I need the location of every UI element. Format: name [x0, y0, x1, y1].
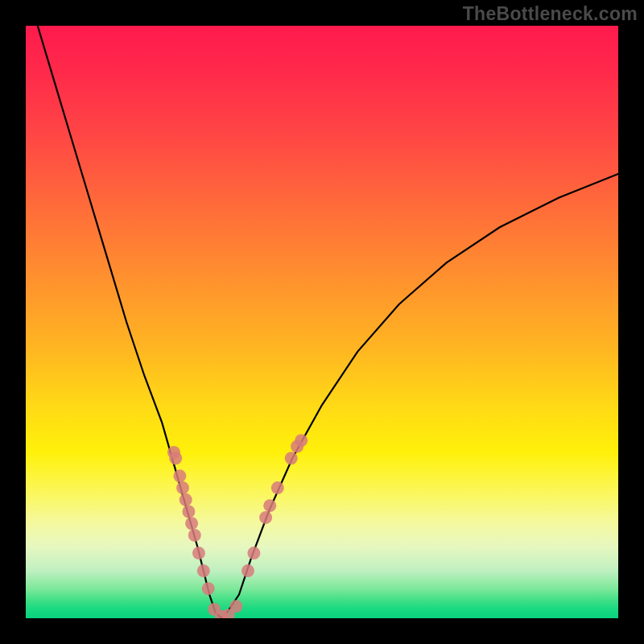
data-marker — [242, 564, 254, 577]
data-marker — [295, 434, 308, 447]
data-marker — [182, 506, 195, 518]
data-marker — [202, 582, 215, 595]
data-marker — [192, 547, 205, 559]
data-markers — [167, 434, 308, 618]
data-marker — [188, 529, 201, 542]
bottleneck-curve — [38, 26, 618, 618]
data-marker — [285, 452, 298, 464]
data-marker — [197, 564, 210, 577]
data-marker — [229, 600, 242, 613]
data-marker — [247, 547, 260, 559]
data-marker — [271, 481, 284, 494]
data-marker — [263, 499, 276, 512]
chart-overlay — [26, 26, 618, 618]
data-marker — [173, 469, 186, 482]
plot-area — [26, 26, 618, 618]
data-marker — [169, 452, 182, 464]
data-marker — [259, 511, 272, 524]
data-marker — [176, 481, 189, 494]
chart-frame: TheBottleneck.com — [0, 0, 644, 644]
data-marker — [180, 493, 192, 506]
watermark-text: TheBottleneck.com — [463, 3, 638, 25]
data-marker — [185, 517, 198, 530]
